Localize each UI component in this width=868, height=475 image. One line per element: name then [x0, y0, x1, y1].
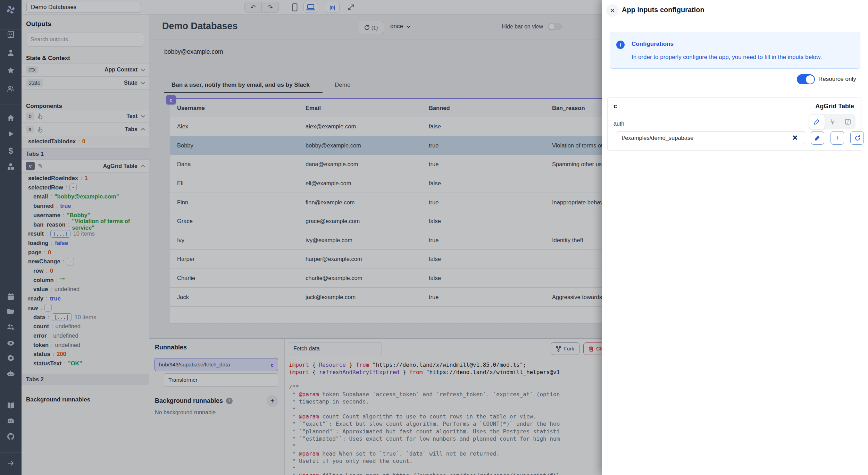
json-value: 0 [82, 138, 85, 145]
clear-input-icon[interactable]: ✕ [791, 134, 799, 142]
edit-id-icon[interactable]: ✎ [38, 162, 43, 170]
row-id: ctx [26, 66, 38, 74]
resource-path-input[interactable] [617, 131, 805, 144]
redo-button[interactable]: ↷ [262, 2, 278, 13]
table-cell: finn@example.com [299, 193, 422, 212]
table-cell: true [422, 136, 545, 155]
table-header-cell[interactable]: Email [299, 99, 422, 117]
collapsed-array-toggle[interactable]: [...] [50, 230, 70, 238]
eval-mode-button[interactable]: f [840, 114, 856, 129]
chevron-down-icon[interactable] [140, 80, 146, 86]
tab-ban-user[interactable]: Ban a user, notify them by email, and us… [172, 82, 310, 88]
tab-demo[interactable]: Demo [335, 82, 350, 88]
refresh-count-button[interactable]: (1) [358, 21, 384, 34]
star-icon[interactable] [0, 66, 22, 76]
fullscreen-button[interactable] [344, 2, 358, 13]
add-background-runnable-button[interactable]: + [267, 395, 278, 407]
center-align-button[interactable]: |0| [325, 2, 340, 13]
close-drawer-button[interactable]: ✕ [606, 4, 619, 17]
json-key: value [33, 286, 48, 292]
table-cell: harper@example.com [299, 250, 422, 269]
output-row-state[interactable]: stateState [22, 76, 149, 90]
row-type: State [124, 80, 137, 86]
github-icon[interactable] [0, 432, 22, 442]
chevron-down-icon[interactable] [140, 113, 146, 119]
output-row-b[interactable]: bText [22, 110, 149, 123]
json-value: true [60, 203, 71, 209]
static-mode-button[interactable] [809, 114, 825, 129]
robot-icon[interactable] [0, 370, 22, 379]
table-header-cell[interactable]: Banned [422, 99, 545, 117]
cubes-icon[interactable] [0, 162, 22, 172]
mobile-view-button[interactable] [287, 2, 302, 13]
workers-icon[interactable] [0, 323, 22, 333]
text-component[interactable]: bobby@example.com [164, 48, 223, 56]
runnable-label: Transformer [168, 377, 198, 383]
desktop-view-button[interactable] [303, 2, 318, 13]
home-icon[interactable] [0, 114, 22, 124]
component-row-c[interactable]: c ✎ AgGrid Table [22, 160, 149, 173]
tabs1-section-header[interactable]: Tabs 1 [22, 148, 149, 160]
runnable-name-input[interactable] [289, 342, 382, 355]
eye-icon[interactable] [0, 339, 22, 349]
book-icon[interactable] [0, 401, 22, 411]
table-cell: eli@example.com [299, 174, 422, 193]
hide-bar-toggle[interactable] [548, 23, 562, 30]
main-sidebar: $ [0, 0, 22, 475]
row-type: Tabs [125, 126, 137, 133]
chevron-up-icon[interactable] [140, 163, 146, 169]
table-cell: false [422, 174, 545, 193]
play-icon[interactable] [0, 130, 22, 139]
output-row-ctx[interactable]: ctxApp Context [22, 63, 149, 76]
runnable-item[interactable]: Transformer [164, 373, 278, 387]
search-outputs-input[interactable] [26, 33, 144, 46]
table-header-cell[interactable]: Username [170, 99, 299, 117]
selected-component-badge[interactable]: c [166, 95, 176, 104]
sidebar-divider [0, 452, 22, 453]
undo-button[interactable]: ↶ [245, 2, 261, 13]
folder-icon[interactable] [0, 307, 22, 317]
json-key: banned [33, 203, 54, 209]
table-cell: alex@example.com [299, 117, 422, 136]
row-id: a [26, 126, 34, 133]
json-tree-row: column:"" [22, 275, 149, 285]
chevron-up-icon[interactable] [140, 127, 146, 132]
app-name-input[interactable] [26, 2, 141, 13]
field-label: auth [614, 121, 624, 127]
tabs2-section-header[interactable]: Tabs 2 [22, 374, 149, 385]
collapsed-object-toggle[interactable]: - [67, 258, 74, 265]
collapsed-array-toggle[interactable]: [...] [52, 313, 72, 321]
json-value: undefined [55, 286, 80, 292]
json-value: 1 [85, 175, 88, 181]
discord-icon[interactable] [0, 417, 22, 427]
edit-resource-button[interactable] [811, 131, 824, 145]
fork-button[interactable]: Fork [551, 342, 579, 355]
output-row-a[interactable]: aTabs [22, 123, 149, 136]
users-icon[interactable] [0, 85, 22, 94]
user-icon[interactable] [0, 49, 22, 58]
table-cell: Jack [170, 288, 299, 306]
collapsed-object-toggle[interactable]: - [44, 304, 52, 312]
resource-only-toggle[interactable] [797, 74, 815, 84]
dollar-icon[interactable]: $ [0, 146, 22, 156]
gear-icon[interactable] [0, 354, 22, 364]
table-cell: ivy@example.com [299, 231, 422, 250]
runnable-item[interactable]: hub/943/supabase/fetch_datac [155, 358, 278, 371]
arrow-right-icon[interactable] [0, 459, 22, 469]
info-title: Configurations [632, 41, 674, 48]
connect-mode-button[interactable] [825, 114, 840, 129]
add-resource-button[interactable]: + [831, 131, 844, 145]
json-tree-row: data:[...]10 items [22, 313, 149, 322]
refresh-resource-button[interactable] [850, 131, 864, 145]
collapsed-object-toggle[interactable]: - [69, 184, 77, 191]
component-input-card: c AgGrid Table auth f ✕ + [607, 97, 861, 151]
row-type: Text [126, 113, 137, 119]
state-context-title: State & Context [26, 55, 70, 62]
info-icon: i [616, 41, 625, 49]
run-mode-dropdown[interactable]: once [390, 23, 411, 30]
json-key: email [33, 193, 48, 200]
component-id-badge: c [26, 162, 35, 170]
buildings-icon[interactable] [0, 30, 22, 40]
calendar-icon[interactable] [0, 292, 22, 302]
chevron-down-icon[interactable] [140, 67, 146, 73]
